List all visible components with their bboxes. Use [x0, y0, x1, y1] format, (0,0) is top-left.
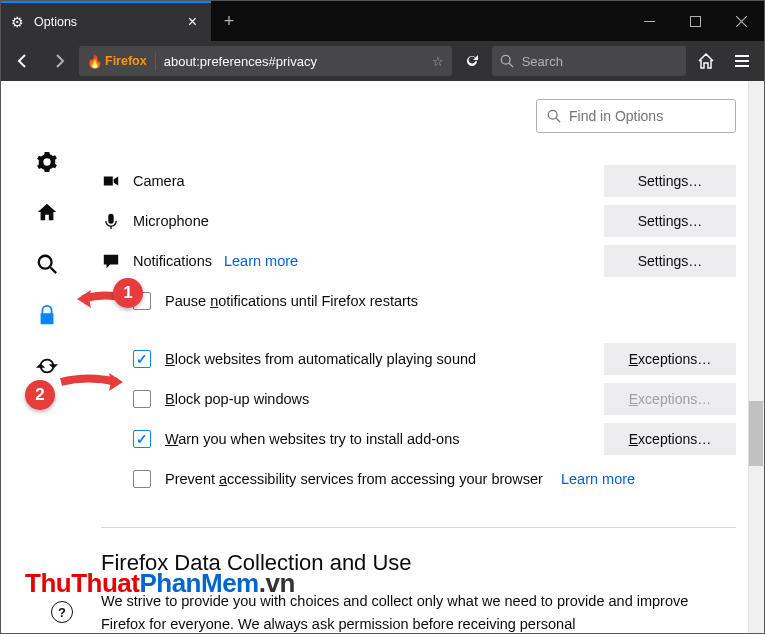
- search-icon: [500, 54, 514, 68]
- help-button[interactable]: ?: [51, 601, 73, 623]
- block-popup-checkbox[interactable]: [133, 390, 151, 408]
- block-autoplay-exceptions-button[interactable]: Exceptions…: [604, 343, 736, 375]
- section-divider: [101, 527, 736, 528]
- block-popup-exceptions-button: Exceptions…: [604, 383, 736, 415]
- svg-point-2: [501, 55, 510, 64]
- svg-rect-1: [690, 16, 700, 26]
- gear-icon: ⚙: [11, 14, 24, 30]
- notifications-settings-button[interactable]: Settings…: [604, 245, 736, 277]
- warn-addons-row: Warn you when websites try to install ad…: [101, 419, 736, 459]
- block-autoplay-label: Block websites from automatically playin…: [165, 351, 476, 367]
- find-in-options[interactable]: Find in Options: [536, 99, 736, 133]
- camera-icon: [101, 172, 121, 190]
- pause-notifications-row: Pause notifications until Firefox restar…: [101, 281, 736, 321]
- block-autoplay-row: Block websites from automatically playin…: [101, 339, 736, 379]
- home-button[interactable]: [690, 45, 722, 77]
- forward-button[interactable]: [43, 45, 75, 77]
- notifications-label: Notifications: [133, 253, 212, 269]
- url-bar[interactable]: 🔥Firefox about:preferences#privacy ☆: [79, 46, 452, 76]
- permission-row-notifications: Notifications Learn more Settings…: [101, 241, 736, 281]
- microphone-label: Microphone: [133, 213, 209, 229]
- new-tab-button[interactable]: +: [211, 1, 247, 41]
- camera-settings-button[interactable]: Settings…: [604, 165, 736, 197]
- annotation-callout-2: 2: [25, 380, 55, 410]
- sidebar-item-privacy[interactable]: [36, 304, 58, 329]
- vertical-scrollbar[interactable]: [748, 81, 764, 634]
- annotation-arrow-2: [53, 369, 123, 395]
- tab-close-button[interactable]: ×: [184, 9, 201, 35]
- firefox-icon: 🔥Firefox: [87, 54, 147, 69]
- url-text: about:preferences#privacy: [164, 54, 424, 69]
- back-button[interactable]: [7, 45, 39, 77]
- block-autoplay-checkbox[interactable]: [133, 350, 151, 368]
- notifications-learn-more-link[interactable]: Learn more: [224, 253, 298, 269]
- tab-title: Options: [34, 15, 174, 29]
- content-area: Find in Options Camera Settings… Microph…: [1, 81, 764, 634]
- microphone-icon: [101, 212, 121, 230]
- search-placeholder: Search: [522, 54, 563, 69]
- sidebar-item-home[interactable]: [36, 202, 58, 227]
- svg-point-3: [39, 256, 52, 269]
- warn-addons-exceptions-button[interactable]: Exceptions…: [604, 423, 736, 455]
- annotation-callout-1: 1: [113, 278, 143, 308]
- warn-addons-label: Warn you when websites try to install ad…: [165, 431, 459, 447]
- notifications-icon: [101, 252, 121, 270]
- window-minimize-button[interactable]: [626, 1, 672, 41]
- permission-row-microphone: Microphone Settings…: [101, 201, 736, 241]
- sidebar-item-general[interactable]: [36, 151, 58, 176]
- find-placeholder: Find in Options: [569, 108, 663, 124]
- watermark: ThuThuatPhanMem.vn: [25, 568, 295, 599]
- browser-tab[interactable]: ⚙ Options ×: [1, 1, 211, 41]
- microphone-settings-button[interactable]: Settings…: [604, 205, 736, 237]
- titlebar: ⚙ Options × +: [1, 1, 764, 41]
- preferences-main: Find in Options Camera Settings… Microph…: [93, 81, 764, 634]
- reload-button[interactable]: [456, 45, 488, 77]
- window-close-button[interactable]: [718, 1, 764, 41]
- svg-point-4: [548, 110, 557, 119]
- nav-toolbar: 🔥Firefox about:preferences#privacy ☆ Sea…: [1, 41, 764, 81]
- block-popup-label: Block pop-up windows: [165, 391, 309, 407]
- svg-rect-0: [644, 21, 655, 22]
- search-bar[interactable]: Search: [492, 46, 686, 76]
- prevent-accessibility-row: Prevent accessibility services from acce…: [101, 459, 736, 499]
- window-maximize-button[interactable]: [672, 1, 718, 41]
- preferences-sidebar: [1, 81, 93, 634]
- warn-addons-checkbox[interactable]: [133, 430, 151, 448]
- search-icon: [547, 109, 561, 123]
- prevent-accessibility-checkbox[interactable]: [133, 470, 151, 488]
- scrollbar-thumb[interactable]: [749, 401, 763, 466]
- permission-row-camera: Camera Settings…: [101, 161, 736, 201]
- camera-label: Camera: [133, 173, 185, 189]
- menu-button[interactable]: [726, 45, 758, 77]
- sidebar-item-search[interactable]: [36, 253, 58, 278]
- prevent-accessibility-learn-more-link[interactable]: Learn more: [561, 471, 635, 487]
- prevent-accessibility-label: Prevent accessibility services from acce…: [165, 471, 543, 487]
- block-popup-row: Block pop-up windows Exceptions…: [101, 379, 736, 419]
- pause-notifications-label: Pause notifications until Firefox restar…: [165, 293, 418, 309]
- bookmark-star-icon[interactable]: ☆: [432, 54, 444, 69]
